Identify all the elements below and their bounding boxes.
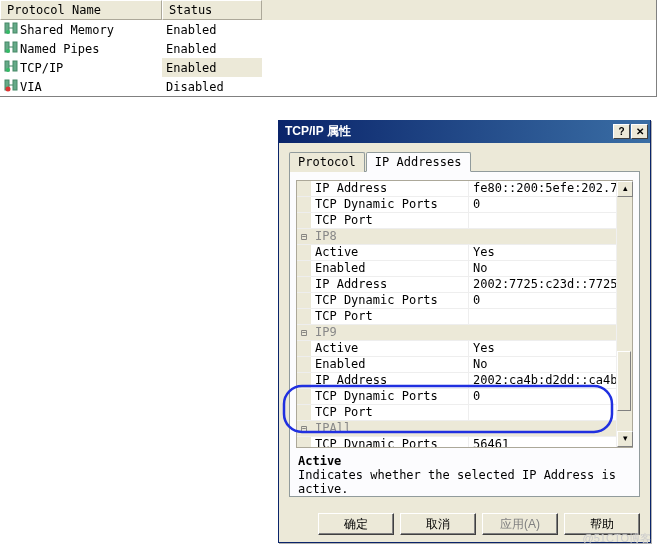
property-key: TCP Dynamic Ports	[311, 437, 469, 447]
protocol-status: Enabled	[162, 39, 262, 58]
group-label: IP9	[311, 325, 616, 340]
property-grid[interactable]: IP Addressfe80::200:5efe:202.75.210.2TCP…	[296, 180, 633, 448]
cancel-button[interactable]: 取消	[400, 513, 476, 535]
ok-button[interactable]: 确定	[318, 513, 394, 535]
property-row[interactable]: ActiveYes	[297, 341, 616, 357]
svg-point-15	[6, 87, 11, 92]
collapse-icon[interactable]: ⊟	[297, 421, 311, 436]
property-row[interactable]: TCP Dynamic Ports0	[297, 389, 616, 405]
group-label: IP8	[311, 229, 616, 244]
property-key: TCP Port	[311, 405, 469, 420]
scroll-thumb[interactable]	[617, 351, 631, 411]
property-value[interactable]: fe80::200:5efe:202.75.210.2	[469, 181, 616, 196]
property-row[interactable]: IP Address2002:7725:c23d::7725:c23d	[297, 277, 616, 293]
property-key: TCP Dynamic Ports	[311, 197, 469, 212]
protocol-row[interactable]: Named PipesEnabled	[0, 39, 656, 58]
svg-rect-1	[13, 23, 17, 33]
protocol-name: TCP/IP	[20, 61, 63, 75]
property-key: IP Address	[311, 373, 469, 388]
property-row[interactable]: TCP Dynamic Ports56461	[297, 437, 616, 447]
protocol-icon	[4, 21, 18, 38]
property-value[interactable]: No	[469, 261, 616, 276]
property-row[interactable]: TCP Dynamic Ports0	[297, 197, 616, 213]
protocol-row[interactable]: TCP/IPEnabled	[0, 58, 656, 77]
protocol-icon	[4, 78, 18, 95]
protocol-status: Disabled	[162, 77, 262, 96]
property-value[interactable]: 0	[469, 389, 616, 404]
property-row[interactable]: TCP Port	[297, 213, 616, 229]
column-protocol-name[interactable]: Protocol Name	[0, 0, 162, 20]
collapse-icon[interactable]: ⊟	[297, 325, 311, 340]
description-title: Active	[298, 454, 631, 468]
description-box: Active Indicates whether the selected IP…	[296, 452, 633, 498]
property-value[interactable]: Yes	[469, 341, 616, 356]
protocol-status: Enabled	[162, 20, 262, 39]
protocol-row[interactable]: VIADisabled	[0, 77, 656, 96]
tab-ip-addresses[interactable]: IP Addresses	[366, 152, 471, 172]
description-text: Indicates whether the selected IP Addres…	[298, 468, 631, 496]
column-status[interactable]: Status	[162, 0, 262, 20]
property-value[interactable]: 0	[469, 197, 616, 212]
property-row[interactable]: TCP Port	[297, 405, 616, 421]
group-label: IPAll	[311, 421, 616, 436]
scrollbar[interactable]: ▴ ▾	[616, 181, 632, 447]
property-row[interactable]: EnabledNo	[297, 357, 616, 373]
property-key: Enabled	[311, 261, 469, 276]
protocol-list: Protocol Name Status Shared MemoryEnable…	[0, 0, 657, 97]
property-row[interactable]: TCP Dynamic Ports0	[297, 293, 616, 309]
svg-rect-5	[13, 42, 17, 52]
protocol-icon	[4, 40, 18, 57]
property-group[interactable]: ⊟IP9	[297, 325, 616, 341]
property-key: IP Address	[311, 277, 469, 292]
svg-point-7	[6, 49, 10, 53]
tab-protocol[interactable]: Protocol	[289, 152, 365, 172]
protocol-row[interactable]: Shared MemoryEnabled	[0, 20, 656, 39]
tabstrip: Protocol IP Addresses	[289, 152, 640, 172]
property-key: TCP Port	[311, 309, 469, 324]
property-value[interactable]: Yes	[469, 245, 616, 260]
property-row[interactable]: EnabledNo	[297, 261, 616, 277]
property-value[interactable]	[469, 213, 616, 228]
property-row[interactable]: TCP Port	[297, 309, 616, 325]
protocol-name: Named Pipes	[20, 42, 99, 56]
property-value[interactable]	[469, 405, 616, 420]
property-key: TCP Dynamic Ports	[311, 389, 469, 404]
svg-point-11	[6, 68, 10, 72]
property-value[interactable]: No	[469, 357, 616, 372]
close-icon[interactable]: ✕	[631, 124, 648, 139]
svg-point-3	[6, 30, 10, 34]
property-key: Enabled	[311, 357, 469, 372]
scroll-up-icon[interactable]: ▴	[617, 181, 633, 197]
property-key: TCP Port	[311, 213, 469, 228]
dialog-title: TCP/IP 属性	[285, 123, 613, 140]
tcpip-properties-dialog: TCP/IP 属性 ? ✕ Protocol IP Addresses IP A…	[278, 120, 651, 543]
scroll-down-icon[interactable]: ▾	[617, 431, 633, 447]
property-value[interactable]: 2002:ca4b:d2dd::ca4b:d2dd	[469, 373, 616, 388]
protocol-icon	[4, 59, 18, 76]
protocol-status: Enabled	[162, 58, 262, 77]
svg-rect-9	[13, 61, 17, 71]
property-row[interactable]: ActiveYes	[297, 245, 616, 261]
property-group[interactable]: ⊟IPAll	[297, 421, 616, 437]
property-key: Active	[311, 341, 469, 356]
apply-button[interactable]: 应用(A)	[482, 513, 558, 535]
tabpanel: IP Addressfe80::200:5efe:202.75.210.2TCP…	[289, 171, 640, 497]
help-icon[interactable]: ?	[613, 124, 630, 139]
property-key: TCP Dynamic Ports	[311, 293, 469, 308]
property-row[interactable]: IP Addressfe80::200:5efe:202.75.210.2	[297, 181, 616, 197]
property-value[interactable]	[469, 309, 616, 324]
property-value[interactable]: 56461	[469, 437, 616, 447]
property-value[interactable]: 0	[469, 293, 616, 308]
protocol-name: Shared Memory	[20, 23, 114, 37]
list-header: Protocol Name Status	[0, 0, 656, 20]
property-group[interactable]: ⊟IP8	[297, 229, 616, 245]
titlebar[interactable]: TCP/IP 属性 ? ✕	[279, 120, 650, 143]
watermark: @51CTO博客	[583, 531, 651, 546]
property-key: IP Address	[311, 181, 469, 196]
collapse-icon[interactable]: ⊟	[297, 229, 311, 244]
svg-rect-13	[13, 80, 17, 90]
property-row[interactable]: IP Address2002:ca4b:d2dd::ca4b:d2dd	[297, 373, 616, 389]
property-key: Active	[311, 245, 469, 260]
protocol-name: VIA	[20, 80, 42, 94]
property-value[interactable]: 2002:7725:c23d::7725:c23d	[469, 277, 616, 292]
